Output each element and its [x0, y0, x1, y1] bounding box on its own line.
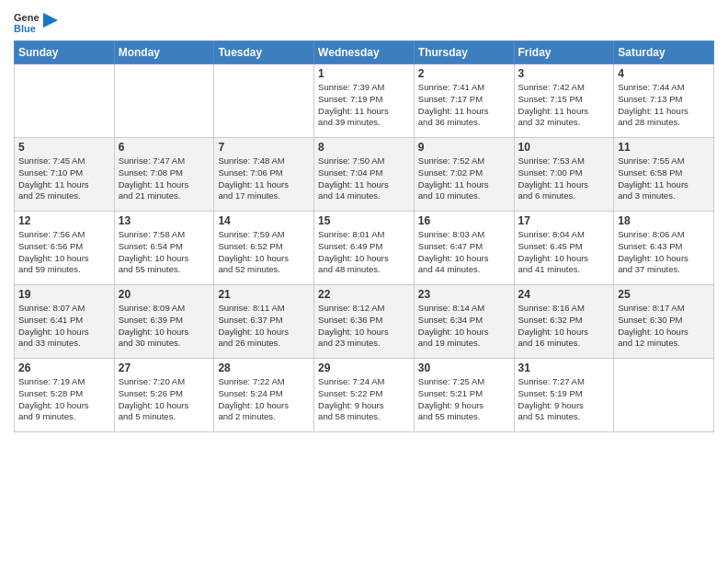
day-number: 28 [218, 362, 310, 374]
weekday-header-wednesday: Wednesday [314, 41, 415, 64]
day-info: Sunrise: 7:48 AM Sunset: 7:06 PM Dayligh… [218, 155, 310, 202]
day-number: 29 [318, 362, 410, 374]
day-info: Sunrise: 7:42 AM Sunset: 7:15 PM Dayligh… [518, 82, 610, 129]
weekday-header-friday: Friday [514, 41, 614, 64]
day-info: Sunrise: 8:16 AM Sunset: 6:32 PM Dayligh… [518, 303, 610, 350]
calendar-cell: 10Sunrise: 7:53 AM Sunset: 7:00 PM Dayli… [514, 138, 614, 212]
day-info: Sunrise: 7:25 AM Sunset: 5:21 PM Dayligh… [418, 376, 510, 423]
calendar-cell: 14Sunrise: 7:59 AM Sunset: 6:52 PM Dayli… [214, 212, 314, 285]
day-number: 8 [318, 141, 410, 154]
calendar-cell: 13Sunrise: 7:58 AM Sunset: 6:54 PM Dayli… [114, 212, 214, 285]
day-info: Sunrise: 8:07 AM Sunset: 6:41 PM Dayligh… [18, 303, 110, 350]
day-info: Sunrise: 8:06 AM Sunset: 6:43 PM Dayligh… [618, 229, 710, 276]
day-number: 10 [518, 141, 610, 154]
calendar-cell: 9Sunrise: 7:52 AM Sunset: 7:02 PM Daylig… [414, 138, 514, 212]
day-number: 20 [119, 288, 210, 301]
day-info: Sunrise: 7:47 AM Sunset: 7:08 PM Dayligh… [119, 155, 210, 202]
calendar-cell: 1Sunrise: 7:39 AM Sunset: 7:19 PM Daylig… [314, 64, 415, 138]
day-info: Sunrise: 8:03 AM Sunset: 6:47 PM Dayligh… [418, 229, 510, 276]
day-info: Sunrise: 7:56 AM Sunset: 6:56 PM Dayligh… [18, 229, 110, 276]
day-number: 13 [119, 214, 210, 227]
calendar-cell: 20Sunrise: 8:09 AM Sunset: 6:39 PM Dayli… [114, 285, 214, 359]
weekday-header-saturday: Saturday [614, 41, 714, 64]
page: General Blue SundayMondayTuesdayWednesda… [0, 0, 728, 563]
header: General Blue [14, 9, 714, 35]
day-info: Sunrise: 7:20 AM Sunset: 5:26 PM Dayligh… [119, 376, 210, 423]
weekday-header-thursday: Thursday [414, 41, 514, 64]
calendar-cell: 16Sunrise: 8:03 AM Sunset: 6:47 PM Dayli… [414, 212, 514, 285]
logo-triangle-icon [43, 13, 58, 31]
day-number: 26 [18, 362, 110, 374]
calendar-cell: 21Sunrise: 8:11 AM Sunset: 6:37 PM Dayli… [214, 285, 314, 359]
calendar-week-row: 1Sunrise: 7:39 AM Sunset: 7:19 PM Daylig… [15, 64, 714, 138]
calendar-week-row: 5Sunrise: 7:45 AM Sunset: 7:10 PM Daylig… [15, 138, 714, 212]
day-info: Sunrise: 7:59 AM Sunset: 6:52 PM Dayligh… [218, 229, 310, 276]
svg-text:Blue: Blue [14, 23, 36, 34]
day-number: 23 [418, 288, 510, 301]
calendar-cell: 22Sunrise: 8:12 AM Sunset: 6:36 PM Dayli… [314, 285, 415, 359]
day-info: Sunrise: 7:53 AM Sunset: 7:00 PM Dayligh… [518, 155, 610, 202]
weekday-header-monday: Monday [114, 41, 214, 64]
day-info: Sunrise: 8:14 AM Sunset: 6:34 PM Dayligh… [418, 303, 510, 350]
day-number: 22 [318, 288, 410, 301]
day-info: Sunrise: 7:39 AM Sunset: 7:19 PM Dayligh… [318, 82, 410, 129]
calendar-header-row: SundayMondayTuesdayWednesdayThursdayFrid… [15, 41, 714, 64]
day-number: 11 [618, 141, 710, 154]
calendar-cell [15, 64, 115, 138]
calendar-cell [114, 64, 214, 138]
calendar-cell [614, 359, 714, 432]
day-number: 19 [18, 288, 110, 301]
day-info: Sunrise: 8:11 AM Sunset: 6:37 PM Dayligh… [218, 303, 310, 350]
calendar-cell: 27Sunrise: 7:20 AM Sunset: 5:26 PM Dayli… [114, 359, 214, 432]
calendar-cell: 18Sunrise: 8:06 AM Sunset: 6:43 PM Dayli… [614, 212, 714, 285]
day-info: Sunrise: 7:44 AM Sunset: 7:13 PM Dayligh… [618, 82, 710, 129]
day-number: 21 [218, 288, 310, 301]
calendar-cell: 25Sunrise: 8:17 AM Sunset: 6:30 PM Dayli… [614, 285, 714, 359]
calendar-cell: 6Sunrise: 7:47 AM Sunset: 7:08 PM Daylig… [114, 138, 214, 212]
day-info: Sunrise: 7:27 AM Sunset: 5:19 PM Dayligh… [518, 376, 610, 423]
day-number: 27 [119, 362, 210, 374]
day-number: 24 [518, 288, 610, 301]
day-number: 6 [119, 141, 210, 154]
day-info: Sunrise: 8:09 AM Sunset: 6:39 PM Dayligh… [119, 303, 210, 350]
day-info: Sunrise: 7:45 AM Sunset: 7:10 PM Dayligh… [18, 155, 110, 202]
calendar-cell: 8Sunrise: 7:50 AM Sunset: 7:04 PM Daylig… [314, 138, 415, 212]
day-info: Sunrise: 8:17 AM Sunset: 6:30 PM Dayligh… [618, 303, 710, 350]
day-number: 5 [18, 141, 110, 154]
day-info: Sunrise: 7:24 AM Sunset: 5:22 PM Dayligh… [318, 376, 410, 423]
day-number: 14 [218, 214, 310, 227]
calendar-cell: 17Sunrise: 8:04 AM Sunset: 6:45 PM Dayli… [514, 212, 614, 285]
day-info: Sunrise: 7:19 AM Sunset: 5:28 PM Dayligh… [18, 376, 110, 423]
calendar-cell: 4Sunrise: 7:44 AM Sunset: 7:13 PM Daylig… [614, 64, 714, 138]
day-info: Sunrise: 7:41 AM Sunset: 7:17 PM Dayligh… [418, 82, 510, 129]
day-number: 17 [518, 214, 610, 227]
calendar-week-row: 26Sunrise: 7:19 AM Sunset: 5:28 PM Dayli… [15, 359, 714, 432]
calendar-cell: 5Sunrise: 7:45 AM Sunset: 7:10 PM Daylig… [15, 138, 115, 212]
calendar-cell: 31Sunrise: 7:27 AM Sunset: 5:19 PM Dayli… [514, 359, 614, 432]
calendar-cell [214, 64, 314, 138]
day-number: 15 [318, 214, 410, 227]
calendar-cell: 28Sunrise: 7:22 AM Sunset: 5:24 PM Dayli… [214, 359, 314, 432]
day-info: Sunrise: 8:12 AM Sunset: 6:36 PM Dayligh… [318, 303, 410, 350]
calendar-cell: 12Sunrise: 7:56 AM Sunset: 6:56 PM Dayli… [15, 212, 115, 285]
weekday-header-tuesday: Tuesday [214, 41, 314, 64]
calendar-cell: 11Sunrise: 7:55 AM Sunset: 6:58 PM Dayli… [614, 138, 714, 212]
day-info: Sunrise: 8:01 AM Sunset: 6:49 PM Dayligh… [318, 229, 410, 276]
svg-text:General: General [14, 12, 40, 23]
day-info: Sunrise: 7:58 AM Sunset: 6:54 PM Dayligh… [119, 229, 210, 276]
day-number: 3 [518, 67, 610, 80]
calendar-cell: 26Sunrise: 7:19 AM Sunset: 5:28 PM Dayli… [15, 359, 115, 432]
svg-marker-2 [43, 13, 58, 28]
calendar-week-row: 19Sunrise: 8:07 AM Sunset: 6:41 PM Dayli… [15, 285, 714, 359]
calendar-cell: 24Sunrise: 8:16 AM Sunset: 6:32 PM Dayli… [514, 285, 614, 359]
calendar-cell: 7Sunrise: 7:48 AM Sunset: 7:06 PM Daylig… [214, 138, 314, 212]
calendar-cell: 29Sunrise: 7:24 AM Sunset: 5:22 PM Dayli… [314, 359, 415, 432]
calendar-cell: 3Sunrise: 7:42 AM Sunset: 7:15 PM Daylig… [514, 64, 614, 138]
day-number: 7 [218, 141, 310, 154]
day-number: 1 [318, 67, 410, 80]
day-info: Sunrise: 7:22 AM Sunset: 5:24 PM Dayligh… [218, 376, 310, 423]
logo: General Blue [14, 9, 58, 35]
calendar-cell: 2Sunrise: 7:41 AM Sunset: 7:17 PM Daylig… [414, 64, 514, 138]
day-number: 2 [418, 67, 510, 80]
calendar-cell: 30Sunrise: 7:25 AM Sunset: 5:21 PM Dayli… [414, 359, 514, 432]
